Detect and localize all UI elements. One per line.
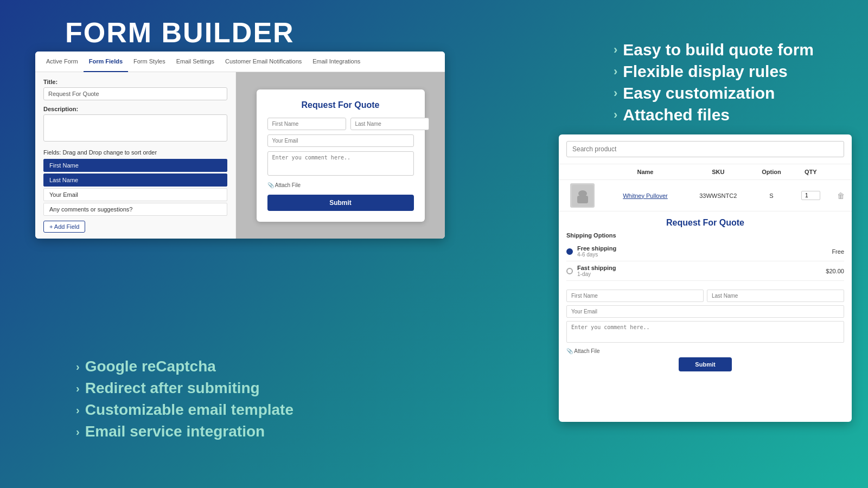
- product-quote-panel: Name SKU Option QTY: [559, 134, 852, 422]
- rfq-email[interactable]: [566, 305, 844, 318]
- attach-file-label[interactable]: 📎 Attach File: [267, 182, 414, 188]
- col-actions: [830, 164, 852, 180]
- col-image: [559, 164, 606, 180]
- tab-email-integrations[interactable]: Email Integrations: [307, 52, 366, 72]
- arrow-icon-5: ›: [76, 361, 80, 373]
- product-option-cell: S: [752, 180, 792, 211]
- col-option: Option: [752, 164, 792, 180]
- bottom-bullets-list: › Google reCaptcha › Redirect after subm…: [76, 358, 293, 445]
- field-last-name[interactable]: Last Name: [43, 174, 227, 187]
- form-preview-card: Request For Quote 📎 Attach File Submit: [257, 89, 425, 222]
- product-image: [570, 183, 595, 208]
- table-row: Whitney Pullover 33WWSNTC2 S 🗑: [559, 180, 852, 211]
- arrow-icon-2: ›: [614, 65, 617, 79]
- preview-email[interactable]: [267, 134, 414, 147]
- free-shipping-days: 4-6 days: [577, 252, 616, 258]
- product-delete-cell: 🗑: [830, 180, 852, 211]
- arrow-icon-7: ›: [76, 404, 80, 416]
- bullet-easy-customization: › Easy customization: [614, 84, 814, 102]
- fields-drag-label: Fields: Drag and Drop change to sort ord…: [43, 149, 227, 156]
- tab-customer-email[interactable]: Customer Email Notifications: [220, 52, 307, 72]
- product-sku-cell: 33WWSNTC2: [685, 180, 752, 211]
- page-title: FORM BUILDER: [65, 16, 295, 49]
- arrow-icon-8: ›: [76, 426, 80, 438]
- preview-submit-button[interactable]: Submit: [267, 195, 414, 211]
- title-label: Title:: [43, 79, 227, 85]
- radio-fast-shipping[interactable]: [566, 268, 573, 274]
- col-name: Name: [606, 164, 685, 180]
- radio-free-shipping[interactable]: [566, 248, 573, 255]
- field-email[interactable]: Your Email: [43, 188, 227, 201]
- arrow-icon-1: ›: [614, 43, 617, 57]
- bullet-email-template: › Customizable email template: [76, 401, 293, 419]
- field-first-name[interactable]: First Name: [43, 159, 227, 172]
- bullet-recaptcha: › Google reCaptcha: [76, 358, 293, 375]
- preview-title: Request For Quote: [267, 100, 414, 110]
- rfq-first-name[interactable]: [566, 290, 704, 302]
- description-textarea[interactable]: [43, 114, 227, 142]
- free-shipping-price: Free: [832, 248, 844, 255]
- preview-last-name[interactable]: [350, 118, 429, 130]
- arrow-icon-3: ›: [614, 86, 617, 100]
- shipping-option-fast[interactable]: Fast shipping 1-day $20.00: [566, 261, 844, 281]
- tab-bar: Active Form Form Fields Form Styles Emai…: [35, 52, 445, 72]
- builder-controls: Title: Description: Fields: Drag and Dro…: [35, 72, 236, 239]
- fast-shipping-days: 1-day: [577, 271, 616, 277]
- form-preview-area: Request For Quote 📎 Attach File Submit: [236, 72, 445, 239]
- shipping-option-free[interactable]: Free shipping 4-6 days Free: [566, 242, 844, 261]
- rfq-section-title: Request For Quote: [559, 211, 852, 232]
- product-qty-cell: [791, 180, 830, 211]
- form-builder-panel: Active Form Form Fields Form Styles Emai…: [35, 52, 445, 239]
- bullet-flexible-display: › Flexible display rules: [614, 62, 814, 81]
- rfq-attach-file[interactable]: 📎 Attach File: [566, 348, 844, 354]
- search-product-input[interactable]: [566, 141, 844, 157]
- bullet-email-integration: › Email service integration: [76, 423, 293, 440]
- arrow-icon-6: ›: [76, 382, 80, 395]
- product-name-cell: Whitney Pullover: [606, 180, 685, 211]
- tab-active-form[interactable]: Active Form: [41, 52, 84, 72]
- preview-first-name[interactable]: [267, 118, 346, 130]
- tab-email-settings[interactable]: Email Settings: [171, 52, 220, 72]
- rfq-comment[interactable]: [566, 321, 844, 343]
- bullet-easy-build: › Easy to build quote form: [614, 41, 814, 59]
- arrow-icon-4: ›: [614, 108, 617, 122]
- tab-form-styles[interactable]: Form Styles: [128, 52, 171, 72]
- field-comments[interactable]: Any comments or suggestions?: [43, 203, 227, 216]
- product-image-cell: [559, 180, 606, 211]
- product-table: Name SKU Option QTY: [559, 164, 852, 211]
- tab-form-fields[interactable]: Form Fields: [84, 52, 128, 72]
- delete-product-icon[interactable]: 🗑: [837, 191, 845, 200]
- col-sku: SKU: [685, 164, 752, 180]
- search-bar-area: [559, 134, 852, 164]
- qty-input[interactable]: [801, 191, 820, 200]
- right-bullets-list: › Easy to build quote form › Flexible di…: [614, 41, 814, 127]
- free-shipping-name: Free shipping: [577, 245, 616, 252]
- fast-shipping-name: Fast shipping: [577, 265, 616, 271]
- product-name-link[interactable]: Whitney Pullover: [623, 192, 668, 199]
- description-label: Description:: [43, 106, 227, 112]
- preview-comment[interactable]: [267, 151, 414, 176]
- add-field-button[interactable]: + Add Field: [43, 221, 85, 233]
- fast-shipping-price: $20.00: [826, 268, 844, 274]
- shipping-options-label: Shipping Options: [566, 232, 844, 239]
- shipping-section: Shipping Options Free shipping 4-6 days …: [559, 232, 852, 285]
- title-input[interactable]: [43, 87, 227, 100]
- bullet-attached-files: › Attached files: [614, 106, 814, 124]
- rfq-last-name[interactable]: [707, 290, 844, 302]
- bullet-redirect: › Redirect after submiting: [76, 380, 293, 397]
- rfq-submit-button[interactable]: Submit: [679, 357, 731, 371]
- svg-rect-2: [577, 196, 588, 203]
- form-fields-section: 📎 Attach File Submit: [559, 285, 852, 376]
- col-qty: QTY: [791, 164, 830, 180]
